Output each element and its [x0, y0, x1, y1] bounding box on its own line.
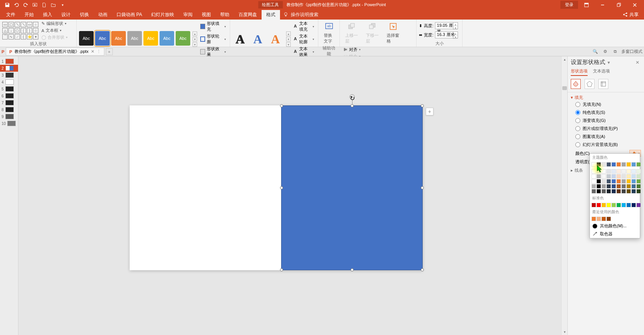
color-swatch[interactable] — [616, 189, 621, 194]
color-swatch[interactable] — [621, 189, 626, 194]
color-swatch[interactable] — [606, 162, 611, 167]
gallery-up-icon[interactable]: ▴ — [193, 31, 197, 36]
ribbon-display-options-icon[interactable] — [579, 0, 594, 10]
eyedropper-button[interactable]: 取色器 — [590, 230, 640, 238]
color-swatch[interactable] — [601, 189, 606, 194]
color-swatch[interactable] — [601, 184, 606, 189]
spin-up-icon[interactable]: ▴ — [453, 23, 458, 26]
shape-style-gallery[interactable]: Abc Abc Abc Abc Abc Abc Abc ▴ ▾ ▾ — [79, 31, 197, 47]
resize-handle-w[interactable] — [280, 186, 283, 189]
thumbnail-slide-5[interactable]: 5 — [0, 85, 18, 92]
shape-item[interactable]: ⟋ — [15, 34, 20, 39]
gallery-down-icon[interactable]: ▾ — [193, 37, 197, 41]
tab-slideshow[interactable]: 幻灯片放映 — [147, 10, 179, 20]
thumbnail-slide-2[interactable]: 2 — [0, 65, 18, 72]
style-swatch[interactable]: Abc — [143, 31, 158, 46]
height-input[interactable]: 19.05 厘米▴▾ — [435, 22, 458, 29]
color-swatch[interactable] — [636, 169, 641, 174]
color-swatch[interactable] — [611, 203, 616, 207]
color-swatch[interactable] — [611, 179, 616, 184]
color-swatch[interactable] — [591, 203, 596, 207]
shape-item[interactable]: ⬡ — [15, 28, 20, 33]
color-swatch[interactable] — [601, 174, 606, 179]
color-swatch[interactable] — [591, 179, 596, 184]
tab-baidu[interactable]: 百度网盘 — [234, 10, 262, 20]
color-swatch[interactable] — [606, 169, 611, 174]
color-swatch[interactable] — [636, 203, 641, 207]
color-swatch[interactable] — [621, 174, 626, 179]
more-colors-button[interactable]: 其他颜色(M)... — [590, 222, 640, 230]
alt-text-button[interactable]: ab 替换文字 — [321, 20, 338, 45]
shape-item[interactable]: ↓ — [8, 28, 14, 33]
radio-gradient-fill[interactable]: 渐变填充(G) — [571, 117, 641, 125]
wordart-gallery[interactable]: A A A ▴ ▾ ▾ — [232, 31, 291, 47]
color-swatch[interactable] — [621, 184, 626, 189]
tab-insert[interactable]: 插入 — [38, 10, 57, 20]
settings-gear-icon[interactable]: ⚙ — [601, 48, 609, 56]
color-swatch[interactable] — [601, 162, 606, 167]
radio-pattern-fill[interactable]: 图案填充(A) — [571, 133, 641, 141]
color-swatch[interactable] — [591, 184, 596, 189]
color-swatch[interactable] — [611, 189, 616, 194]
color-swatch[interactable] — [631, 169, 636, 174]
color-swatch[interactable] — [626, 189, 631, 194]
selected-rectangle-shape[interactable]: ↻ — [281, 105, 423, 270]
thumbnail-slide-1[interactable]: 1 — [0, 58, 18, 65]
color-swatch[interactable] — [631, 203, 636, 207]
gallery-down-icon[interactable]: ▾ — [286, 37, 291, 41]
color-swatch[interactable] — [636, 179, 641, 184]
color-swatch[interactable] — [596, 189, 601, 194]
login-button[interactable]: 登录 — [560, 1, 578, 9]
rotation-handle[interactable]: ↻ — [349, 94, 355, 100]
color-swatch[interactable] — [601, 203, 606, 207]
resize-handle-s[interactable] — [351, 268, 354, 271]
color-swatch[interactable] — [596, 179, 601, 184]
gallery-more-icon[interactable]: ▾ — [193, 42, 197, 47]
color-swatch[interactable] — [591, 174, 596, 179]
shape-item[interactable]: ▭ — [27, 22, 32, 27]
tab-design[interactable]: 设计 — [57, 10, 75, 20]
new-file-icon[interactable] — [40, 1, 48, 9]
color-swatch[interactable] — [611, 184, 616, 189]
tab-help[interactable]: 帮助 — [216, 10, 234, 20]
resize-handle-sw[interactable] — [280, 268, 283, 271]
color-swatch[interactable] — [636, 184, 641, 189]
shape-item[interactable]: ＼ — [21, 22, 26, 27]
resize-handle-e[interactable] — [421, 186, 424, 189]
tab-home[interactable]: 开始 — [20, 10, 38, 20]
text-box-button[interactable]: A文本框▾ — [40, 27, 69, 34]
align-button[interactable]: ⊫对齐▾ — [342, 46, 362, 53]
selection-pane-button[interactable]: 选择窗格 — [384, 20, 403, 45]
open-file-icon[interactable] — [49, 1, 58, 9]
editor-scrollbar[interactable]: ▴ ▾ — [561, 56, 567, 335]
resize-handle-ne[interactable] — [421, 104, 424, 107]
style-swatch[interactable]: Abc — [176, 31, 190, 46]
spin-up-icon[interactable]: ▴ — [453, 32, 458, 35]
color-swatch[interactable] — [591, 162, 596, 167]
color-swatch[interactable] — [596, 217, 601, 221]
save-icon[interactable] — [3, 1, 12, 9]
thumbnail-slide-8[interactable]: 8 — [0, 106, 18, 113]
slide-canvas[interactable]: ↻ + — [130, 105, 423, 270]
color-swatch[interactable] — [631, 162, 636, 167]
pane-category-size[interactable] — [598, 79, 608, 89]
tab-file[interactable]: 文件 — [2, 10, 20, 20]
minimize-icon[interactable] — [595, 0, 610, 10]
resize-handle-se[interactable] — [421, 268, 424, 271]
color-swatch[interactable] — [626, 162, 631, 167]
thumbnail-slide-10[interactable]: 10 — [0, 120, 18, 127]
color-swatch[interactable] — [626, 169, 631, 174]
thumbnail-slide-9[interactable]: 9 — [0, 113, 18, 120]
multi-window-label[interactable]: 多窗口模式 — [621, 49, 642, 54]
shape-item[interactable]: ⌒ — [2, 34, 8, 39]
multi-window-icon[interactable]: ⧉ — [611, 48, 619, 56]
color-swatch[interactable] — [611, 162, 616, 167]
style-swatch[interactable]: Abc — [160, 31, 174, 46]
thumbnail-slide-7[interactable]: 7 — [0, 99, 18, 106]
share-button[interactable]: 共享 — [617, 10, 644, 20]
color-swatch[interactable] — [596, 203, 601, 207]
radio-picture-fill[interactable]: 图片或纹理填充(P) — [571, 125, 641, 133]
pane-tab-text-options[interactable]: 文本选项 — [593, 68, 610, 76]
tell-me-search[interactable]: 操作说明搜索 — [283, 11, 318, 18]
shape-fill-button[interactable]: 形状填充▾ — [199, 20, 227, 33]
